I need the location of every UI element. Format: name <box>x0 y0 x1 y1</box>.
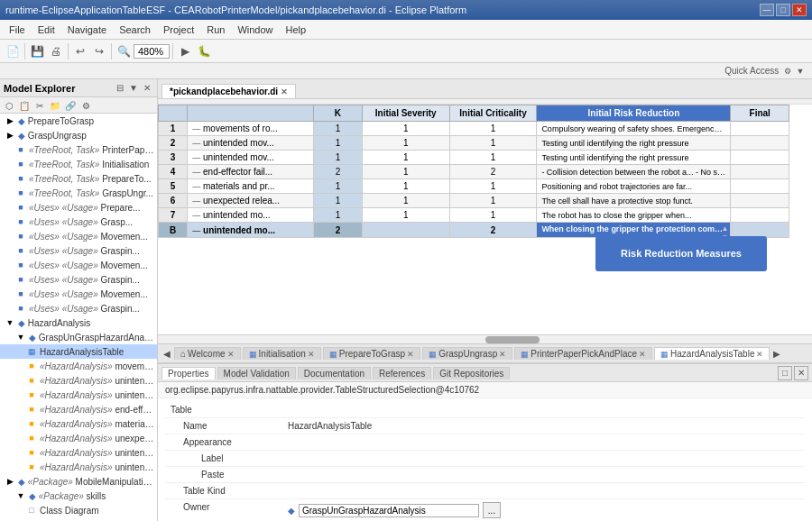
scroll-thumb[interactable] <box>485 336 540 343</box>
close-button[interactable]: ✕ <box>792 4 807 16</box>
tree-item-uses6[interactable]: ■ «Uses» «Usage» Graspin... <box>0 272 157 287</box>
bottom-tab-printer[interactable]: ▦ PrinterPaperPickAndPlace ✕ <box>514 347 652 360</box>
tree-item-ha-unintend3[interactable]: ■ «HazardAnalysis» unintend... <box>0 445 157 460</box>
menu-project[interactable]: Project <box>158 23 199 37</box>
zoom-in-button[interactable]: 🔍 <box>115 42 133 60</box>
bottom-tab-initialisation[interactable]: ▦ Initialisation ✕ <box>243 347 321 360</box>
tree-item-ha-end-effe[interactable]: ■ «HazardAnalysis» end-effe... <box>0 402 157 416</box>
tree-item-hazard-analysis[interactable]: ▼ ◆ HazardAnalysis <box>0 315 157 330</box>
tree-item-uses3[interactable]: ■ «Uses» «Usage» Movemen... <box>0 229 157 243</box>
redo-button[interactable]: ↪ <box>90 42 108 60</box>
props-btn-1[interactable]: □ <box>778 366 792 380</box>
horizontal-scrollbar[interactable] <box>158 334 812 343</box>
gu-label: GraspUngrasp <box>438 349 497 359</box>
tab-pickandplace[interactable]: *pickandplacebehavior.di ✕ <box>161 84 296 98</box>
hazard-tab-close[interactable]: ✕ <box>756 350 763 359</box>
owner-browse-button[interactable]: ... <box>483 502 501 518</box>
menu-help[interactable]: Help <box>281 23 312 37</box>
collapse-all-button[interactable]: ⊟ <box>114 82 126 95</box>
bottom-tab-hazard[interactable]: ▦ HazardAnalysisTable ✕ <box>654 347 770 360</box>
tree-item-printer-paper[interactable]: ■ «TreeRoot, Task» PrinterPaperPick... <box>0 142 157 157</box>
tree-btn-4[interactable]: 📁 <box>48 98 62 113</box>
tree-item-skill-def-movement[interactable]: ■ «SkillDefinitionSet» Movements... <box>0 517 157 521</box>
tree-item-gu[interactable]: ■ «TreeRoot, Task» GraspUngr... <box>0 186 157 200</box>
welcome-close[interactable]: ✕ <box>227 350 235 359</box>
panel-toolbar: ⊟ ▼ ✕ <box>114 82 153 95</box>
menu-run[interactable]: Run <box>201 23 230 37</box>
menu-edit[interactable]: Edit <box>32 23 60 37</box>
col-header-hazard <box>188 105 314 122</box>
minimize-button[interactable]: — <box>760 4 774 16</box>
maximize-button[interactable]: □ <box>776 4 790 16</box>
props-tab-references[interactable]: References <box>373 367 431 379</box>
save-button[interactable]: 💾 <box>28 42 46 60</box>
tree-item-ha-unintend1[interactable]: ■ «HazardAnalysis» unintend... <box>0 373 157 388</box>
tree-item-ha-moveme[interactable]: ■ «HazardAnalysis» moveme... <box>0 359 157 373</box>
panel-close-button[interactable]: ✕ <box>141 82 153 95</box>
props-tab-properties[interactable]: Properties <box>161 367 216 379</box>
printer-close[interactable]: ✕ <box>639 350 646 359</box>
bottom-tab-graspungrasp[interactable]: ▦ GraspUngrasp ✕ <box>422 347 512 360</box>
quick-access-arrow[interactable]: ▼ <box>794 65 807 78</box>
print-button[interactable]: 🖨 <box>47 42 65 60</box>
tree-item-class-diagram[interactable]: □ Class Diagram <box>0 503 157 517</box>
tree-item-grasp-ungrasp[interactable]: ▶ ◆ GraspUngrasp <box>0 128 157 142</box>
scroll-left-arrow[interactable]: ◀ <box>161 349 172 359</box>
tree-item-ha-materials[interactable]: ■ «HazardAnalysis» materials... <box>0 416 157 431</box>
row-severity-4: 1 <box>362 165 449 179</box>
props-tab-validation[interactable]: Model Validation <box>217 367 296 379</box>
props-tab-git[interactable]: Git Repositories <box>433 367 510 379</box>
row-hazard-b: — unintended mo... <box>188 223 314 238</box>
tree-item-grasp-ungrasp-ha[interactable]: ▼ ◆ GraspUnGraspHazardAnalysis <box>0 330 157 344</box>
tree-btn-6[interactable]: ⚙ <box>78 98 93 113</box>
tree-btn-1[interactable]: ⬡ <box>2 98 16 113</box>
row-criticality-1: 1 <box>449 122 537 136</box>
props-btn-2[interactable]: ✕ <box>794 366 808 380</box>
tree-item-uses2[interactable]: ■ «Uses» «Usage» Grasp... <box>0 215 157 229</box>
bottom-tab-prepare[interactable]: ▦ PrepareToGrasp ✕ <box>323 347 420 360</box>
tree-item-uses7[interactable]: ■ «Uses» «Usage» Movemen... <box>0 287 157 301</box>
welcome-icon: ⌂ <box>180 349 186 359</box>
tree-item-prepare-to-grasp[interactable]: ▶ ◆ PrepareToGrasp <box>0 114 157 128</box>
tab-close-icon[interactable]: ✕ <box>281 87 288 96</box>
owner-input[interactable] <box>299 504 479 517</box>
tree-item-uses8[interactable]: ■ «Uses» «Usage» Graspin... <box>0 301 157 315</box>
toolbar-separator-2 <box>68 43 69 59</box>
gu-close[interactable]: ✕ <box>499 350 506 359</box>
scroll-right-arrow[interactable]: ▶ <box>771 349 782 359</box>
undo-button[interactable]: ↩ <box>71 42 89 60</box>
tree-item-ha-unintend2[interactable]: ■ «HazardAnalysis» unintend... <box>0 388 157 402</box>
new-button[interactable]: 📄 <box>4 42 22 60</box>
tree-item-uses1[interactable]: ■ «Uses» «Usage» Prepare... <box>0 200 157 215</box>
tree-item-uses4[interactable]: ■ «Uses» «Usage» Graspin... <box>0 243 157 258</box>
run-button[interactable]: ▶ <box>176 42 194 60</box>
tree-item-skills-pkg[interactable]: ▼ ◆ «Package» skills <box>0 489 157 503</box>
prepare-close[interactable]: ✕ <box>407 350 414 359</box>
tree-btn-5[interactable]: 🔗 <box>63 98 78 113</box>
tree-item-hazard-analysis-table[interactable]: ▦ HazardAnalysisTable <box>0 344 157 359</box>
panel-menu-button[interactable]: ▼ <box>127 82 140 95</box>
menu-navigate[interactable]: Navigate <box>62 23 112 37</box>
row-final-3 <box>731 151 789 165</box>
tree-item-ha-unintend4[interactable]: ■ «HazardAnalysis» unintend... <box>0 460 157 474</box>
tree-item-initialisation[interactable]: ■ «TreeRoot, Task» Initialisation <box>0 157 157 171</box>
menu-window[interactable]: Window <box>232 23 278 37</box>
tree-btn-3[interactable]: ✂ <box>32 98 47 113</box>
tree-item-ptg[interactable]: ■ «TreeRoot, Task» PrepareTo... <box>0 171 157 186</box>
debug-button[interactable]: 🐛 <box>195 42 213 60</box>
menu-search[interactable]: Search <box>114 23 156 37</box>
bottom-tab-welcome[interactable]: ⌂ Welcome ✕ <box>174 347 241 360</box>
quick-access-btn[interactable]: ⚙ <box>781 65 794 78</box>
init-close[interactable]: ✕ <box>308 350 315 359</box>
tree-item-uses5[interactable]: ■ «Uses» «Usage» Movemen... <box>0 258 157 272</box>
zoom-level[interactable]: 480% <box>134 44 170 59</box>
tree-btn-2[interactable]: 📋 <box>17 98 32 113</box>
row-risk-b[interactable]: When closing the gripper the protection … <box>537 223 731 238</box>
row-k-1: 1 <box>314 122 363 136</box>
menu-file[interactable]: File <box>4 23 31 37</box>
tree-item-mobile-manip[interactable]: ▶ ◆ «Package» MobileManipulation... <box>0 474 157 489</box>
init-label: Initialisation <box>259 349 306 359</box>
scroll-up-btn[interactable]: ▲ <box>722 224 729 233</box>
props-tab-documentation[interactable]: Documentation <box>298 367 371 379</box>
tree-item-ha-unexpect[interactable]: ■ «HazardAnalysis» unexpect... <box>0 431 157 445</box>
